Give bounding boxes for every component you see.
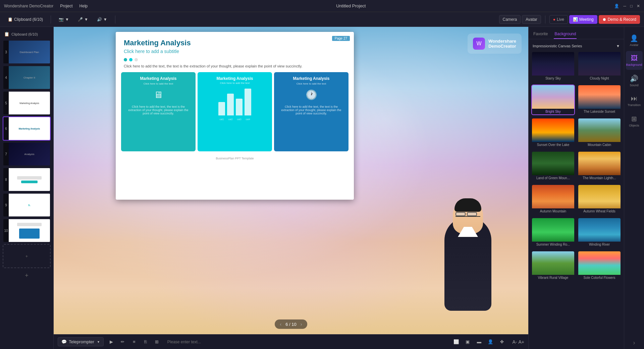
bg-label-vibrant-rural: Vibrant Rural Village: [532, 275, 574, 281]
sidebar-icon-objects[interactable]: ⊞ Objects: [626, 111, 643, 130]
bg-item-vibrant-rural[interactable]: Vibrant Rural Village: [531, 251, 575, 281]
bg-item-starry-sky[interactable]: Starry Sky: [531, 51, 575, 82]
toolbar-separator-3: [545, 15, 545, 23]
user-icon[interactable]: 👤: [614, 4, 619, 8]
slide-thumb-8[interactable]: 8: [3, 167, 51, 192]
play-button[interactable]: ▶: [106, 337, 116, 347]
titlebar: Wondershare DemoCreator Project Help Unt…: [0, 0, 644, 12]
bg-thumb-summer-winding: [532, 218, 574, 242]
slide-footer: BusinessPlan PPT Template: [116, 155, 354, 161]
sidebar-icon-avatar[interactable]: 👤 Avatar: [626, 31, 643, 50]
camera-input-btn[interactable]: 📷 ▼: [55, 15, 73, 24]
menu-project[interactable]: Project: [60, 4, 72, 8]
bg-item-sole-colorful[interactable]: Sole Colorful Flowers: [578, 251, 621, 281]
bg-item-winding-river[interactable]: Winding River: [578, 217, 621, 248]
sidebar-icon-transition[interactable]: ⏭ Transition: [626, 91, 643, 110]
next-page-button[interactable]: ›: [301, 321, 302, 327]
bg-item-cloudy-night[interactable]: Cloudy Night: [578, 51, 621, 82]
prev-page-button[interactable]: ‹: [280, 321, 282, 327]
canvas-area[interactable]: Page 27 Marketing Analysis Click here to…: [54, 27, 528, 334]
align-button[interactable]: ≡: [129, 337, 139, 347]
slide-thumb-10[interactable]: 10: [3, 218, 51, 243]
thumb-number-7: 7: [3, 143, 9, 165]
bg-item-summer-winding[interactable]: Summer Winding Ro...: [531, 217, 575, 248]
clock-icon: 🕐: [306, 89, 317, 100]
mic-btn[interactable]: 🎤 ▼: [74, 15, 92, 24]
bar-btn[interactable]: ▬: [474, 337, 484, 347]
sound-btn[interactable]: 🔊 ▼: [93, 15, 111, 24]
thumb-number-4: 4: [3, 66, 9, 89]
dropdown-arrow-icon: ▼: [616, 44, 620, 48]
overlay-btn[interactable]: ✤: [497, 337, 507, 347]
watermark-overlay: W Wondershare DemoCreator: [468, 34, 522, 54]
background-grid: Starry SkyCloudy NightBright SkyThe Lake…: [531, 50, 621, 283]
bg-item-land-green-mountain[interactable]: Land of Green Moun...: [531, 151, 575, 182]
menu-bar: Project Help: [60, 4, 88, 8]
sidebar-icon-sound[interactable]: 🔊 Sound: [626, 71, 643, 90]
demo-record-button[interactable]: ⏺ Demo & Record: [599, 15, 640, 24]
pagination-text: 6 / 10: [285, 322, 297, 327]
layout-button[interactable]: ⊞: [152, 337, 162, 347]
menu-help[interactable]: Help: [79, 4, 88, 8]
add-slide-bottom[interactable]: +: [0, 269, 53, 282]
slide-thumb-5[interactable]: 5 Marketing Analysis: [3, 91, 51, 115]
bg-thumb-vibrant-rural: [532, 251, 574, 275]
thumb-number-5: 5: [3, 92, 9, 114]
bg-item-sunset-over-lake[interactable]: Sunset Over the Lake: [531, 118, 575, 148]
bg-item-autumn-wheat[interactable]: Autumn Wheat Fields: [578, 184, 621, 215]
slide-frame[interactable]: Page 27 Marketing Analysis Click here to…: [116, 32, 354, 200]
bg-item-the-lakeside-sunset[interactable]: The Lakeside Sunset: [578, 85, 621, 115]
close-button[interactable]: ✕: [637, 4, 640, 8]
bar-4: [245, 89, 251, 115]
input-controls: 📷 ▼ 🎤 ▼ 🔊 ▼: [55, 15, 111, 24]
bg-item-bright-sky[interactable]: Bright Sky: [531, 85, 575, 115]
person-btn[interactable]: 👤: [485, 337, 495, 347]
font-decrease-button[interactable]: A-: [512, 339, 517, 345]
bg-item-mountain-lighthouse[interactable]: The Mountain Lighth...: [578, 151, 621, 182]
slide-body-text: Click here to add the text, the text is …: [116, 64, 354, 68]
main-toolbar: 📋 Clipboard (6/10) 📷 ▼ 🎤 ▼ 🔊 ▼ Camera Av…: [0, 12, 644, 27]
bg-thumb-land-green-mountain: [532, 152, 574, 175]
dot-2: [129, 58, 132, 61]
page-badge: Page 27: [332, 36, 350, 41]
meeting-button[interactable]: 📊 Meeting: [569, 15, 597, 24]
bg-thumb-mountain-cabin: [578, 118, 621, 142]
live-dot-icon: ●: [553, 17, 555, 22]
tab-background[interactable]: Background: [554, 30, 577, 39]
sidebar-expand-button[interactable]: ›: [633, 339, 635, 346]
slide-thumb-7[interactable]: 7 Analysis: [3, 142, 51, 166]
chart-labels: cat1 cat2 cat3 cat4: [216, 118, 254, 120]
teleprompter-button[interactable]: 💬 Teleprompter ▼: [58, 337, 104, 346]
bg-item-mountain-cabin[interactable]: Mountain Cabin: [578, 118, 621, 148]
screen-btn[interactable]: ⬜: [451, 337, 461, 347]
minimize-button[interactable]: ─: [623, 4, 626, 8]
bg-label-land-green-mountain: Land of Green Moun...: [532, 175, 574, 181]
font-increase-button[interactable]: A+: [518, 339, 524, 345]
bg-thumb-mountain-lighthouse: [578, 152, 621, 175]
sidebar-icon-background[interactable]: 🖼 Background: [626, 51, 643, 70]
copy-button[interactable]: ⎘: [141, 337, 151, 347]
bg-label-cloudy-night: Cloudy Night: [578, 76, 621, 81]
slide-thumb-3[interactable]: 3 Dashboard Plan: [3, 40, 51, 64]
right-panel-tabs: Favorite Background: [529, 27, 624, 39]
bg-item-autumn-mountain[interactable]: Autumn Mountain: [531, 184, 575, 215]
camera-button[interactable]: Camera: [499, 15, 521, 24]
pip-btn[interactable]: ▣: [463, 337, 473, 347]
slide-thumb-6[interactable]: 6 Marketing Analysis: [3, 116, 51, 141]
background-content: Impressionistic Canvas Series ▼ Starry S…: [529, 39, 624, 349]
tab-favorite[interactable]: Favorite: [533, 30, 548, 39]
bg-label-starry-sky: Starry Sky: [532, 76, 574, 81]
add-slide-button[interactable]: +: [3, 244, 51, 268]
avatar-button[interactable]: Avatar: [522, 15, 541, 24]
maximize-button[interactable]: □: [630, 4, 633, 8]
slide-thumb-9[interactable]: 9 S.: [3, 193, 51, 217]
clipboard-small-icon: 📋: [4, 32, 9, 37]
clipboard-button[interactable]: 📋 Clipboard (6/10): [4, 15, 47, 24]
teleprompter-input[interactable]: [165, 338, 449, 346]
slide-thumb-4[interactable]: 4 Chapter II: [3, 65, 51, 90]
bg-label-the-lakeside-sunset: The Lakeside Sunset: [578, 109, 621, 114]
canvas-area-container: Page 27 Marketing Analysis Click here to…: [54, 27, 528, 349]
pencil-button[interactable]: ✏: [118, 337, 128, 347]
live-button[interactable]: ● Live: [549, 15, 568, 24]
bg-thumb-sole-colorful: [578, 251, 621, 275]
